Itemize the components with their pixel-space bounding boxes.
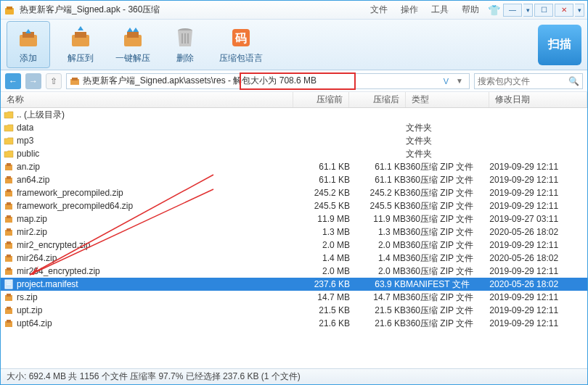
search-input[interactable] xyxy=(478,76,565,86)
svg-rect-32 xyxy=(7,241,11,244)
file-type: 文件夹 xyxy=(406,122,489,134)
close-button[interactable]: ✕ xyxy=(555,4,573,17)
file-row[interactable]: upt64.zip21.6 KB21.6 KB360压缩 ZIP 文件2019-… xyxy=(1,317,587,330)
file-name: upt64.zip xyxy=(17,318,52,328)
file-row[interactable]: mir264.zip1.4 MB1.4 MB360压缩 ZIP 文件2020-0… xyxy=(1,252,587,265)
col-before[interactable]: 压缩前 xyxy=(293,92,349,107)
file-date: 2019-09-29 12:11 xyxy=(489,201,587,211)
file-date: 2019-09-29 12:11 xyxy=(489,266,587,276)
close-dropdown[interactable]: ▾ xyxy=(575,4,584,17)
file-row[interactable]: mir2.zip1.3 MB1.3 MB360压缩 ZIP 文件2020-05-… xyxy=(1,225,587,239)
svg-rect-34 xyxy=(7,254,11,257)
file-date: 2019-09-29 12:11 xyxy=(489,188,587,198)
size-after: 11.9 MB xyxy=(350,214,406,224)
minimize-button[interactable]: — xyxy=(503,4,522,17)
file-row[interactable]: mir264_encrypted.zip2.0 MB2.0 MB360压缩 ZI… xyxy=(1,265,587,278)
file-row[interactable]: map.zip11.9 MB11.9 MB360压缩 ZIP 文件2019-09… xyxy=(1,212,587,225)
forward-button[interactable]: → xyxy=(25,73,41,89)
add-icon xyxy=(15,25,41,51)
col-date[interactable]: 修改日期 xyxy=(489,92,587,107)
file-date: 2020-05-26 18:02 xyxy=(489,227,587,237)
file-row[interactable]: rs.zip14.7 MB14.7 MB360压缩 ZIP 文件2019-09-… xyxy=(1,291,587,304)
menu-file[interactable]: 文件 xyxy=(370,4,388,16)
file-type: MANIFEST 文件 xyxy=(406,278,489,291)
onekey-button[interactable]: 一键解压 xyxy=(111,22,155,67)
file-type: 360压缩 ZIP 文件 xyxy=(406,291,489,304)
col-type[interactable]: 类型 xyxy=(406,92,490,107)
menu-operate[interactable]: 操作 xyxy=(401,4,418,16)
size-before: 245.5 KB xyxy=(294,201,350,211)
zip-icon xyxy=(4,240,14,250)
size-after: 63.9 KB xyxy=(350,279,406,289)
search-icon: 🔍 xyxy=(568,76,579,86)
zip-icon xyxy=(4,318,14,328)
size-after: 245.2 KB xyxy=(350,188,406,198)
file-type: 360压缩 ZIP 文件 xyxy=(406,252,489,265)
file-row[interactable]: .. (上级目录) xyxy=(1,108,587,121)
size-after: 21.6 KB xyxy=(350,318,406,328)
col-name[interactable]: 名称 xyxy=(1,92,293,107)
menu-help[interactable]: 帮助 xyxy=(462,4,479,16)
file-row[interactable]: project.manifest237.6 KB63.9 KBMANIFEST … xyxy=(1,278,587,291)
file-row[interactable]: an64.zip61.1 KB61.1 KB360压缩 ZIP 文件2019-0… xyxy=(1,173,587,186)
size-before: 21.6 KB xyxy=(294,318,350,328)
size-before: 1.4 MB xyxy=(294,253,350,263)
size-before: 14.7 MB xyxy=(294,292,350,302)
maximize-button[interactable]: ☐ xyxy=(534,4,553,17)
file-name: project.manifest xyxy=(17,279,78,289)
zip-icon xyxy=(4,253,14,263)
minimize-dropdown[interactable]: ▾ xyxy=(523,4,533,17)
path-text: 热更新客户端_Signed.apk\assets\res - 解包大小为 708… xyxy=(83,75,317,87)
zip-icon xyxy=(4,188,14,198)
path-dropdown-v[interactable]: V xyxy=(439,77,453,86)
extract-label: 解压到 xyxy=(68,52,94,65)
toolbar: 添加 解压到 一键解压 删除 码 压缩包语言 扫描 xyxy=(1,20,587,70)
menu-tools[interactable]: 工具 xyxy=(431,4,449,16)
file-row[interactable]: framework_precompiled.zip245.2 KB245.2 K… xyxy=(1,186,587,199)
up-button[interactable]: ⇧ xyxy=(46,73,62,89)
file-name: data xyxy=(17,123,33,133)
search-box[interactable]: 🔍 xyxy=(474,73,583,89)
svg-rect-1 xyxy=(7,7,12,9)
path-dropdown[interactable]: ▼ xyxy=(453,77,466,85)
scan-label: 扫描 xyxy=(548,37,571,52)
file-name: mir2_encrypted.zip xyxy=(17,240,90,250)
zip-icon xyxy=(4,175,14,185)
file-date: 2020-05-26 18:02 xyxy=(489,279,587,289)
size-after: 1.4 MB xyxy=(350,253,406,263)
delete-button[interactable]: 删除 xyxy=(163,22,207,67)
file-date: 2019-09-29 12:11 xyxy=(489,292,587,302)
size-before: 21.5 KB xyxy=(294,305,350,315)
file-row[interactable]: mp3文件夹 xyxy=(1,134,587,147)
file-type: 文件夹 xyxy=(406,135,489,147)
window-controls: — ▾ ☐ ✕ ▾ xyxy=(503,4,584,17)
file-row[interactable]: public文件夹 xyxy=(1,147,587,160)
svg-rect-22 xyxy=(7,176,11,179)
path-field[interactable]: 热更新客户端_Signed.apk\assets\res - 解包大小为 708… xyxy=(66,73,470,89)
file-type: 360压缩 ZIP 文件 xyxy=(406,305,489,317)
file-row[interactable]: an.zip61.1 KB61.1 KB360压缩 ZIP 文件2019-09-… xyxy=(1,160,587,173)
lang-icon: 码 xyxy=(228,25,254,51)
extract-button[interactable]: 解压到 xyxy=(59,22,102,67)
size-before: 2.0 MB xyxy=(294,240,350,250)
lang-label: 压缩包语言 xyxy=(219,52,263,65)
back-button[interactable]: ← xyxy=(5,73,21,89)
scan-button[interactable]: 扫描 xyxy=(538,25,581,65)
titlebar: 热更新客户端_Signed.apk - 360压缩 文件 操作 工具 帮助 👕 … xyxy=(1,1,587,20)
zip-icon xyxy=(4,292,14,302)
svg-rect-41 xyxy=(7,294,11,297)
file-name: framework_precompiled.zip xyxy=(17,188,123,198)
onekey-icon xyxy=(120,25,146,51)
file-row[interactable]: mir2_encrypted.zip2.0 MB2.0 MB360压缩 ZIP … xyxy=(1,239,587,252)
file-list[interactable]: .. (上级目录)data文件夹mp3文件夹public文件夹an.zip61.… xyxy=(1,108,587,368)
skin-icon[interactable]: 👕 xyxy=(488,4,500,16)
col-after[interactable]: 压缩后 xyxy=(349,92,405,107)
size-after: 2.0 MB xyxy=(350,266,406,276)
file-row[interactable]: upt.zip21.5 KB21.5 KB360压缩 ZIP 文件2019-09… xyxy=(1,304,587,317)
add-button[interactable]: 添加 xyxy=(7,21,50,68)
lang-button[interactable]: 码 压缩包语言 xyxy=(216,22,266,67)
file-row[interactable]: framework_precompiled64.zip245.5 KB245.5… xyxy=(1,199,587,212)
file-row[interactable]: data文件夹 xyxy=(1,121,587,134)
file-type: 360压缩 ZIP 文件 xyxy=(406,239,489,252)
statusbar: 大小: 692.4 MB 共 1156 个文件 压缩率 97.7% 已经选择 2… xyxy=(1,368,587,384)
